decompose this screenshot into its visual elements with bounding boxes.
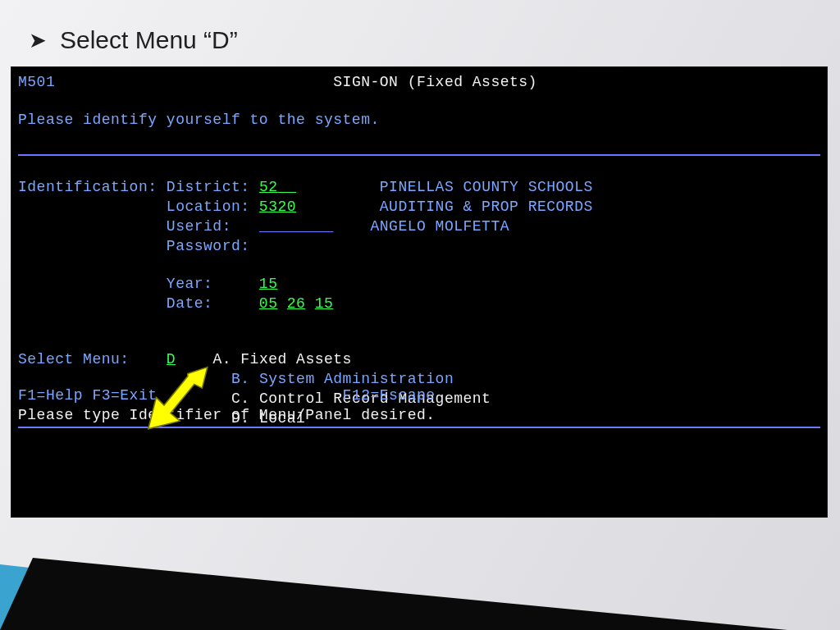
location-desc: AUDITING & PROP RECORDS: [380, 199, 593, 215]
row-district: Identification: District: 52 PINELLAS CO…: [18, 177, 820, 197]
fkeys-left: F1=Help F3=Exit: [18, 387, 158, 404]
terminal-title: SIGN-ON (Fixed Assets): [333, 74, 537, 90]
userid-desc: ANGELO MOLFETTA: [371, 218, 510, 235]
password-label: Password:: [167, 238, 250, 254]
row-year: Year: 15: [18, 274, 820, 294]
slide-bullet-text: Select Menu “D”: [60, 26, 238, 54]
svg-marker-1: [0, 564, 591, 630]
select-menu-input[interactable]: D: [167, 351, 176, 368]
menu-option-a: A. Fixed Assets: [212, 351, 352, 368]
district-desc: PINELLAS COUNTY SCHOOLS: [380, 179, 593, 195]
location-label: Location:: [167, 199, 250, 215]
select-menu-label: Select Menu:: [18, 351, 130, 368]
date-yy-input[interactable]: 15: [315, 295, 334, 312]
terminal-window: M501 SIGN-ON (Fixed Assets) Please ident…: [11, 67, 827, 517]
menu-option-b: B. System Administration: [231, 371, 454, 387]
row-select-menu: Select Menu: D A. Fixed Assets: [18, 349, 820, 369]
date-mm-input[interactable]: 05: [259, 295, 278, 312]
terminal-header: M501 SIGN-ON (Fixed Assets): [18, 72, 820, 92]
divider: [18, 154, 820, 156]
row-password: Password:: [18, 236, 820, 256]
screen-id: M501: [18, 74, 55, 90]
chevron-right-icon: ➤: [29, 28, 47, 53]
hint-text: Please type Identifier of Menu/Panel des…: [18, 405, 820, 425]
identification-label: Identification:: [18, 179, 158, 195]
fkeys-right: F12=Escape: [343, 387, 436, 404]
year-input[interactable]: 15: [259, 276, 278, 292]
location-input[interactable]: 5320: [259, 199, 296, 215]
district-input[interactable]: 52: [259, 179, 278, 195]
year-label: Year:: [167, 276, 213, 292]
row-userid: Userid: ANGELO MOLFETTA: [18, 217, 820, 236]
date-label: Date:: [167, 295, 213, 312]
fkey-row: F1=Help F3=Exit F12=Escape: [18, 386, 820, 405]
row-date: Date: 05 26 15: [18, 294, 820, 313]
date-dd-input[interactable]: 26: [287, 295, 306, 312]
identify-prompt: Please identify yourself to the system.: [18, 110, 820, 130]
row-location: Location: 5320 AUDITING & PROP RECORDS: [18, 197, 820, 217]
district-label: District:: [167, 179, 250, 195]
userid-input[interactable]: [259, 218, 333, 235]
slide-bullet: ➤ Select Menu “D”: [29, 26, 238, 54]
svg-marker-2: [0, 558, 788, 630]
userid-label: Userid:: [167, 218, 231, 235]
